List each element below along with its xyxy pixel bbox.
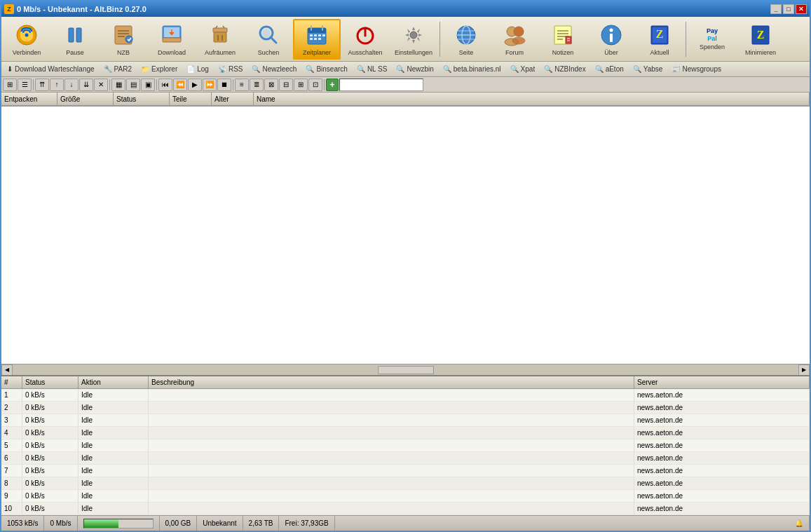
- col-header-name[interactable]: Name: [254, 93, 810, 105]
- toolbar-spenden[interactable]: PayPal Spenden: [688, 19, 736, 60]
- toolbar-ueber[interactable]: Über: [587, 19, 635, 60]
- scroll-thumb[interactable]: [378, 366, 434, 374]
- st-btn-2[interactable]: ☰: [18, 79, 32, 91]
- download-icon: [159, 22, 184, 48]
- conn-cell-beschreibung: [149, 503, 634, 514]
- toolbar-seite[interactable]: Seite: [442, 19, 490, 60]
- toolbar-minimieren[interactable]: Z Minimieren: [737, 19, 784, 60]
- explorer-icon: 📁: [141, 65, 149, 73]
- conn-col-num[interactable]: #: [1, 376, 22, 388]
- col-header-entpacken[interactable]: Entpacken: [1, 93, 57, 105]
- title-bar: Z 0 Mb/s - Unbekannt - Alt.Binz 0.27.0 _…: [1, 1, 810, 17]
- toolbar-nzb[interactable]: NZB: [100, 19, 147, 60]
- bm-newzbin[interactable]: 🔍 Newzbin: [392, 63, 437, 76]
- col-header-teile[interactable]: Teile: [170, 93, 212, 105]
- bm-xpat[interactable]: 🔍 Xpat: [506, 63, 540, 76]
- toolbar-forum[interactable]: Forum: [491, 19, 538, 60]
- col-header-groesse[interactable]: Größe: [57, 93, 114, 105]
- conn-cell-aktion: Idle: [79, 414, 149, 426]
- st-btn-play[interactable]: ▶: [188, 79, 202, 91]
- conn-col-status[interactable]: Status: [22, 376, 79, 388]
- st-btn-grid-2[interactable]: ▤: [126, 79, 140, 91]
- notizen-icon: [550, 22, 575, 48]
- toolbar-download[interactable]: Download: [148, 19, 196, 60]
- search-input[interactable]: [341, 81, 421, 88]
- bm-par2[interactable]: 🔧 PAR2: [100, 63, 136, 76]
- conn-cell-status: 0 kB/s: [22, 477, 79, 489]
- st-btn-prev-prev[interactable]: ⏮: [158, 79, 172, 91]
- scroll-left-button[interactable]: ◀: [1, 364, 13, 376]
- st-btn-5-6[interactable]: ⊡: [308, 79, 322, 91]
- st-btn-up-all[interactable]: ⇈: [35, 79, 49, 91]
- bm-yabse-label: Yabse: [643, 65, 663, 73]
- conn-cell-aktion: Idle: [79, 465, 149, 477]
- st-search-box[interactable]: [339, 79, 423, 91]
- toolbar-suchen[interactable]: Suchen: [245, 19, 292, 60]
- conn-cell-aktion: Idle: [79, 427, 149, 439]
- einstellungen-icon: [401, 22, 426, 48]
- conn-cell-beschreibung: [149, 465, 634, 477]
- conn-cell-num: 5: [1, 439, 22, 451]
- bm-nzbindex-label: NZBIndex: [554, 65, 585, 73]
- toolbar-verbinden[interactable]: Verbinden: [3, 19, 50, 60]
- maximize-button[interactable]: □: [783, 4, 794, 14]
- col-header-alter[interactable]: Alter: [212, 93, 254, 105]
- forum-icon: [502, 22, 527, 48]
- bm-binsearch[interactable]: 🔍 Binsearch: [301, 63, 351, 76]
- st-btn-5-2[interactable]: ≣: [250, 79, 264, 91]
- bm-beta-binaries[interactable]: 🔍 beta.binaries.nl: [439, 63, 505, 76]
- conn-cell-num: 10: [1, 503, 22, 514]
- close-button[interactable]: ✕: [796, 4, 807, 14]
- bm-log[interactable]: 📄 Log: [182, 63, 213, 76]
- bm-yabse[interactable]: 🔍 Yabse: [629, 63, 667, 76]
- conn-col-beschreibung[interactable]: Beschreibung: [149, 376, 634, 388]
- title-bar-left: Z 0 Mb/s - Unbekannt - Alt.Binz 0.27.0: [4, 4, 146, 14]
- st-btn-5-3[interactable]: ⊠: [264, 79, 278, 91]
- st-add-button[interactable]: +: [326, 79, 339, 91]
- bm-nzbindex[interactable]: 🔍 NZBIndex: [540, 63, 589, 76]
- bm-newzleech[interactable]: 🔍 Newzleech: [247, 63, 301, 76]
- bm-download-warteschlange[interactable]: ⬇ Download Warteschlange: [3, 63, 99, 76]
- svg-text:Z: Z: [757, 29, 765, 41]
- toolbar-ausschalten[interactable]: Ausschalten: [341, 19, 389, 60]
- st-btn-x[interactable]: ✕: [94, 79, 108, 91]
- scroll-track[interactable]: [13, 364, 798, 376]
- st-btn-5-1[interactable]: ≡: [235, 79, 249, 91]
- toolbar-zeitplaner[interactable]: Zeitplaner: [293, 19, 341, 60]
- st-btn-1[interactable]: ⊞: [3, 79, 17, 91]
- main-panel: Entpacken Größe Status Teile Alter Name: [1, 93, 810, 375]
- st-btn-5-4[interactable]: ⊟: [279, 79, 293, 91]
- st-btn-prev[interactable]: ⏪: [173, 79, 187, 91]
- st-btn-down-all[interactable]: ⇊: [79, 79, 93, 91]
- bm-newsgroups[interactable]: 📰 Newsgroups: [667, 63, 725, 76]
- st-sep-2: [109, 79, 110, 90]
- bm-nl-ss[interactable]: 🔍 NL SS: [353, 63, 392, 76]
- conn-cell-status: 0 kB/s: [22, 503, 79, 514]
- svg-point-37: [410, 32, 417, 39]
- svg-rect-31: [322, 34, 325, 36]
- bm-explorer[interactable]: 📁 Explorer: [137, 63, 182, 76]
- conn-cell-num: 9: [1, 490, 22, 502]
- minimize-button[interactable]: _: [770, 4, 782, 14]
- toolbar-pause[interactable]: Pause: [51, 19, 99, 60]
- conn-col-server[interactable]: Server: [634, 376, 810, 388]
- conn-cell-server: news.aeton.de: [634, 389, 810, 401]
- st-btn-grid-1[interactable]: ▦: [111, 79, 125, 91]
- st-btn-next[interactable]: ⏩: [203, 79, 217, 91]
- toolbar-notizen[interactable]: Notizen: [539, 19, 587, 60]
- st-btn-5-5[interactable]: ⊞: [294, 79, 308, 91]
- toolbar-aktuell[interactable]: Z Aktuell: [636, 19, 683, 60]
- bm-aeton[interactable]: 🔍 aEton: [591, 63, 628, 76]
- st-btn-stop[interactable]: ⏹: [217, 79, 231, 91]
- bm-rss[interactable]: 📡 RSS: [214, 63, 247, 76]
- app-window: Z 0 Mb/s - Unbekannt - Alt.Binz 0.27.0 _…: [0, 0, 811, 532]
- scroll-right-button[interactable]: ▶: [798, 364, 810, 376]
- st-btn-up[interactable]: ↑: [50, 79, 64, 91]
- st-btn-down[interactable]: ↓: [64, 79, 79, 91]
- svg-rect-3: [69, 28, 74, 42]
- col-header-status[interactable]: Status: [114, 93, 170, 105]
- conn-col-aktion[interactable]: Aktion: [79, 376, 149, 388]
- toolbar-aufraeumen[interactable]: Aufräumen: [196, 19, 244, 60]
- st-btn-grid-3[interactable]: ▣: [141, 79, 155, 91]
- toolbar-einstellungen[interactable]: Einstellungen: [390, 19, 437, 60]
